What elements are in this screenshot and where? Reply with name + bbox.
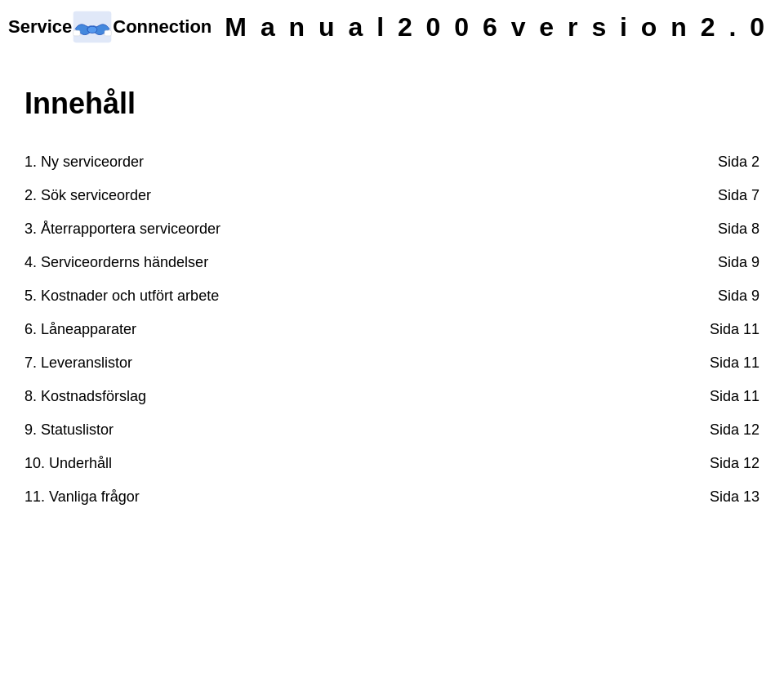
toc-item-label: 6. Låneapparater (24, 321, 136, 338)
toc-item: 2. Sök serviceorderSida 7 (24, 179, 760, 212)
toc-item: 1. Ny serviceorderSida 2 (24, 145, 760, 179)
handshake-icon (72, 10, 113, 44)
toc-item-label: 7. Leveranslistor (24, 354, 132, 372)
toc-item: 5. Kostnader och utfört arbeteSida 9 (24, 279, 760, 313)
toc-item-label: 2. Sök serviceorder (24, 187, 151, 204)
section-title: Innehåll (24, 87, 760, 121)
toc-item-page: Sida 12 (710, 421, 760, 439)
toc-item: 3. Återrapportera serviceorderSida 8 (24, 212, 760, 246)
toc-item-page: Sida 9 (718, 254, 760, 271)
page-title: M a n u a l 2 0 0 6 v e r s i o n 2 . 0 (225, 12, 768, 42)
toc-item-page: Sida 8 (718, 221, 760, 238)
toc-item-label: 11. Vanliga frågor (24, 488, 140, 506)
logo-area: Service Connection (8, 10, 212, 44)
toc-item-page: Sida 11 (710, 321, 760, 338)
svg-rect-2 (74, 30, 80, 36)
toc-item: 8. KostnadsförslagSida 11 (24, 380, 760, 413)
toc-item-page: Sida 2 (718, 154, 760, 171)
toc-list: 1. Ny serviceorderSida 22. Sök serviceor… (24, 145, 760, 514)
svg-rect-3 (105, 30, 111, 36)
toc-item-page: Sida 13 (710, 488, 760, 506)
toc-item-label: 8. Kostnadsförslag (24, 388, 146, 405)
toc-item: 11. Vanliga frågorSida 13 (24, 480, 760, 514)
toc-item: 9. StatuslistorSida 12 (24, 413, 760, 447)
toc-item-label: 10. Underhåll (24, 455, 112, 472)
toc-item-label: 4. Serviceorderns händelser (24, 254, 208, 271)
toc-item-page: Sida 9 (718, 288, 760, 305)
header: Service Connection M a n u a l 2 0 0 6 v… (0, 0, 784, 54)
toc-item-label: 5. Kostnader och utfört arbete (24, 288, 219, 305)
logo-text-connection: Connection (113, 16, 212, 38)
toc-item-label: 3. Återrapportera serviceorder (24, 221, 220, 238)
toc-item: 4. Serviceorderns händelserSida 9 (24, 246, 760, 279)
toc-item: 6. LåneapparaterSida 11 (24, 313, 760, 346)
svg-point-1 (87, 26, 97, 33)
toc-item: 10. UnderhållSida 12 (24, 447, 760, 480)
toc-item-page: Sida 7 (718, 187, 760, 204)
toc-item-label: 9. Statuslistor (24, 421, 114, 439)
logo-text-service: Service (8, 16, 72, 38)
toc-item-page: Sida 11 (710, 354, 760, 372)
toc-item: 7. LeveranslistorSida 11 (24, 346, 760, 380)
content-area: Innehåll 1. Ny serviceorderSida 22. Sök … (0, 54, 784, 538)
toc-item-label: 1. Ny serviceorder (24, 154, 144, 171)
toc-item-page: Sida 12 (710, 455, 760, 472)
toc-item-page: Sida 11 (710, 388, 760, 405)
